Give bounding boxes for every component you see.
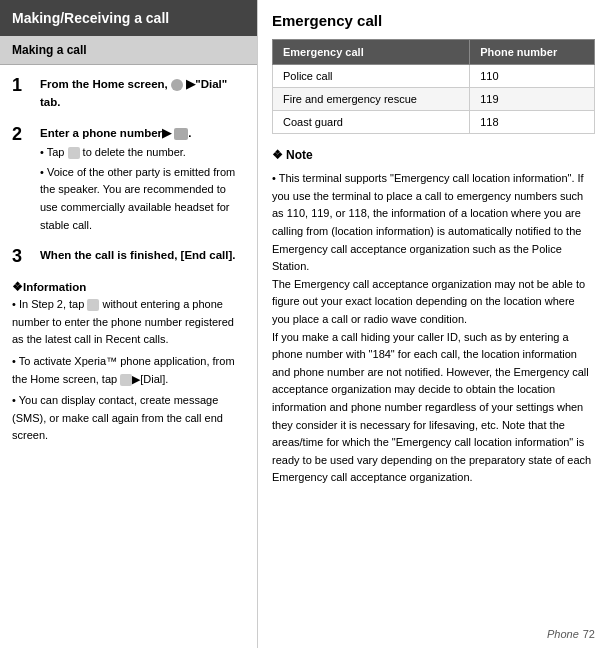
left-subheader: Making a call	[0, 36, 257, 65]
info-bullet-2: To activate Xperia™ phone application, f…	[12, 353, 245, 388]
step-2-number: 2	[12, 124, 34, 146]
left-panel: Making/Receiving a call Making a call 1 …	[0, 0, 258, 648]
step-2-bullet-2: Voice of the other party is emitted from…	[40, 164, 245, 234]
table-row: Coast guard 118	[273, 111, 595, 134]
step-3-title: When the call is finished, [End call].	[40, 246, 245, 264]
home-icon	[171, 79, 183, 91]
note-bullet-1: This terminal supports "Emergency call l…	[272, 170, 595, 487]
table-cell-police-num: 110	[470, 65, 595, 88]
info-section: ❖Information In Step 2, tap without ente…	[12, 278, 245, 445]
table-cell-fire-call: Fire and emergency rescue	[273, 88, 470, 111]
table-cell-coast-call: Coast guard	[273, 111, 470, 134]
dial-icon	[174, 128, 188, 140]
step-3-content: When the call is finished, [End call].	[40, 246, 245, 266]
note-title: Note	[272, 146, 595, 165]
recent-icon	[87, 299, 99, 311]
step-1: 1 From the Home screen, ▶"Dial" tab.	[12, 75, 245, 114]
left-content: 1 From the Home screen, ▶"Dial" tab. 2 E…	[0, 65, 257, 459]
note-section: Note This terminal supports "Emergency c…	[272, 146, 595, 487]
left-header-text: Making/Receiving a call	[12, 10, 169, 26]
emergency-table: Emergency call Phone number Police call …	[272, 39, 595, 134]
right-panel: Emergency call Emergency call Phone numb…	[258, 0, 609, 648]
step-3: 3 When the call is finished, [End call].	[12, 246, 245, 268]
right-title: Emergency call	[272, 12, 595, 29]
left-subheader-text: Making a call	[12, 43, 87, 57]
step-2-bullets: Tap to delete the number. Voice of the o…	[40, 144, 245, 234]
table-row: Police call 110	[273, 65, 595, 88]
step-3-number: 3	[12, 246, 34, 268]
col-header-number: Phone number	[470, 40, 595, 65]
table-header-row: Emergency call Phone number	[273, 40, 595, 65]
page-footer: Phone 72	[547, 628, 595, 640]
table-cell-police-call: Police call	[273, 65, 470, 88]
step-2-title: Enter a phone number▶ .	[40, 124, 245, 142]
step-1-title: From the Home screen, ▶"Dial" tab.	[40, 75, 245, 112]
table-cell-fire-num: 119	[470, 88, 595, 111]
step-2: 2 Enter a phone number▶ . Tap to delete …	[12, 124, 245, 236]
note-bullets: This terminal supports "Emergency call l…	[272, 170, 595, 487]
delete-icon	[68, 147, 80, 159]
footer-page: 72	[583, 628, 595, 640]
left-header: Making/Receiving a call	[0, 0, 257, 36]
step-2-content: Enter a phone number▶ . Tap to delete th…	[40, 124, 245, 236]
table-row: Fire and emergency rescue 119	[273, 88, 595, 111]
step-2-bullet-1: Tap to delete the number.	[40, 144, 245, 162]
table-cell-coast-num: 118	[470, 111, 595, 134]
info-bullet-3: You can display contact, create message …	[12, 392, 245, 445]
info-title: ❖Information	[12, 278, 245, 296]
info-bullet-1: In Step 2, tap without entering a phone …	[12, 296, 245, 349]
footer-label: Phone	[547, 628, 579, 640]
info-bullets: In Step 2, tap without entering a phone …	[12, 296, 245, 445]
step-1-content: From the Home screen, ▶"Dial" tab.	[40, 75, 245, 114]
app-icon	[120, 374, 132, 386]
step-1-number: 1	[12, 75, 34, 97]
col-header-call: Emergency call	[273, 40, 470, 65]
